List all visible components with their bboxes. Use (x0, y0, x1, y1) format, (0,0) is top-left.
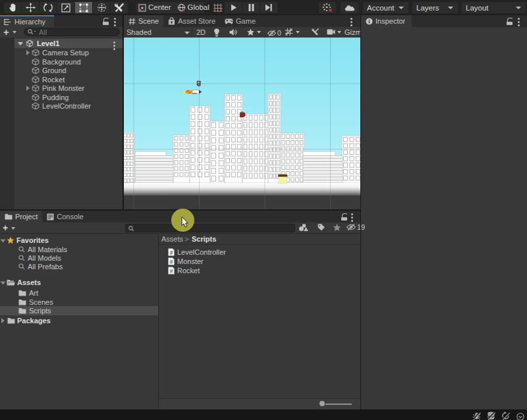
svg-text:#: # (170, 259, 173, 265)
svg-text:#: # (170, 249, 173, 256)
svg-text:#: # (170, 268, 173, 275)
